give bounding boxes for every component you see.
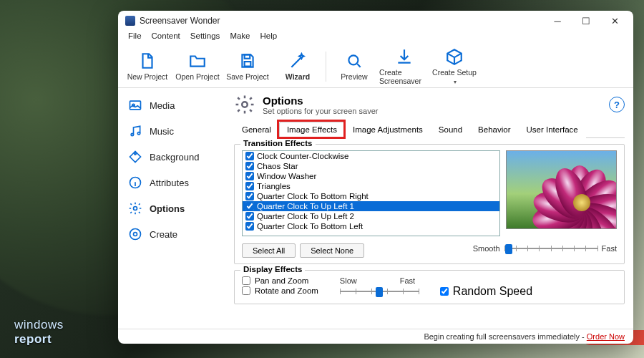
sidebar-item-options[interactable]: Options <box>118 195 225 221</box>
disc-icon <box>128 227 142 241</box>
svg-point-10 <box>130 229 141 240</box>
menu-make[interactable]: Make <box>225 31 254 45</box>
save-project-button[interactable]: Save Project <box>223 47 273 87</box>
select-all-button[interactable]: Select All <box>242 243 296 258</box>
minimize-button[interactable]: ─ <box>543 11 572 31</box>
svg-point-11 <box>134 233 137 236</box>
app-title: Screensaver Wonder <box>140 16 220 26</box>
sidebar-item-music[interactable]: Music <box>118 118 225 144</box>
tab-image-adjustments[interactable]: Image Adjustments <box>345 122 431 138</box>
wizard-button[interactable]: Wizard <box>273 47 323 87</box>
speed-label-smooth: Smooth <box>473 244 500 253</box>
titlebar: Screensaver Wonder ─ ☐ ✕ <box>118 11 633 31</box>
svg-rect-0 <box>245 54 250 58</box>
tab-user-interface[interactable]: User Interface <box>519 122 586 138</box>
watermark: windowsreport <box>14 318 64 347</box>
display-effects-group: Display Effects Pan and Zoom Rotate and … <box>234 270 625 304</box>
tab-image-effects[interactable]: Image Effects <box>279 122 345 138</box>
new-project-button[interactable]: New Project <box>122 47 172 87</box>
sidebar: MediaMusicBackgroundAttributesOptionsCre… <box>118 88 225 329</box>
wand-icon <box>288 52 307 70</box>
pan-zoom-checkbox[interactable]: Pan and Zoom <box>242 276 318 285</box>
svg-rect-1 <box>245 62 251 67</box>
gear-icon <box>234 94 255 115</box>
close-button[interactable]: ✕ <box>600 11 629 31</box>
maximize-button[interactable]: ☐ <box>572 11 600 31</box>
group-label: Display Effects <box>240 265 305 274</box>
info-icon <box>128 175 142 190</box>
menu-content[interactable]: Content <box>147 31 185 45</box>
menu-file[interactable]: File <box>124 31 146 45</box>
box-icon <box>445 47 464 66</box>
app-window: Screensaver Wonder ─ ☐ ✕ FileContentSett… <box>118 11 633 344</box>
file-icon <box>138 52 157 70</box>
rotate-zoom-checkbox[interactable]: Rotate and Zoom <box>242 286 318 295</box>
random-speed-checkbox[interactable]: Random Speed <box>440 285 532 298</box>
app-icon <box>125 16 135 26</box>
create-screensaver-button[interactable]: Create Screensaver <box>379 47 429 87</box>
tab-behavior[interactable]: Behavior <box>470 122 518 138</box>
tag-icon <box>128 150 142 164</box>
tab-bar: GeneralImage EffectsImage AdjustmentsSou… <box>234 121 625 138</box>
menubar: FileContentSettingsMakeHelp <box>118 31 633 45</box>
svg-point-12 <box>242 102 248 107</box>
main-panel: Options Set options for your screen save… <box>225 88 633 329</box>
sidebar-item-attributes[interactable]: Attributes <box>118 170 225 195</box>
svg-point-2 <box>348 55 358 64</box>
tab-general[interactable]: General <box>234 122 279 138</box>
effect-item[interactable]: Chaos Star <box>243 161 499 171</box>
speed-label-fast2: Fast <box>400 276 415 285</box>
transition-preview <box>506 150 617 229</box>
svg-point-7 <box>135 153 137 155</box>
effect-item[interactable]: Window Washer <box>243 171 499 181</box>
select-none-button[interactable]: Select None <box>300 243 364 258</box>
preview-button[interactable]: Preview <box>329 47 379 87</box>
speed-label-slow: Slow <box>340 276 357 285</box>
panel-subtitle: Set options for your screen saver <box>263 107 378 115</box>
media-icon <box>128 98 142 112</box>
sidebar-item-create[interactable]: Create <box>118 221 225 247</box>
transition-effects-group: Transition Effects Clock Counter-Clockwi… <box>234 144 625 264</box>
panel-title: Options <box>263 95 378 107</box>
effect-item[interactable]: Quarter Clock To Bottom Left <box>243 221 499 231</box>
display-speed-slider[interactable] <box>340 285 419 298</box>
open-project-button[interactable]: Open Project <box>172 47 223 87</box>
save-icon <box>238 52 257 70</box>
effect-item[interactable]: Quarter Clock To Up Left 2 <box>243 211 499 221</box>
sidebar-item-background[interactable]: Background <box>118 144 225 170</box>
menu-settings[interactable]: Settings <box>186 31 225 45</box>
effect-item[interactable]: Quarter Clock To Up Left 1 <box>243 201 499 211</box>
help-button[interactable]: ? <box>609 97 625 112</box>
svg-point-6 <box>137 132 140 135</box>
panel-header: Options Set options for your screen save… <box>234 94 625 115</box>
folder-icon <box>188 52 207 70</box>
order-now-link[interactable]: Order Now <box>587 332 625 341</box>
music-icon <box>128 124 142 138</box>
transition-speed-slider[interactable] <box>504 242 597 255</box>
create-setup-button[interactable]: Create Setup <box>429 47 479 87</box>
effect-item[interactable]: Triangles <box>243 181 499 191</box>
tab-sound[interactable]: Sound <box>431 122 470 138</box>
sidebar-item-media[interactable]: Media <box>118 92 225 118</box>
group-label: Transition Effects <box>240 139 316 147</box>
slider-thumb[interactable] <box>505 244 512 254</box>
svg-point-5 <box>131 133 133 135</box>
svg-point-9 <box>134 207 137 211</box>
download-icon <box>395 47 414 66</box>
transition-listbox[interactable]: Clock Counter-ClockwiseChaos StarWindow … <box>242 150 500 236</box>
effect-item[interactable]: Clock Counter-Clockwise <box>243 151 499 161</box>
gear-icon <box>128 201 142 216</box>
search-icon <box>345 52 364 70</box>
effect-item[interactable]: Quarter Clock To Bottom Right <box>243 191 499 201</box>
toolbar: New ProjectOpen ProjectSave ProjectWizar… <box>118 45 633 88</box>
menu-help[interactable]: Help <box>256 31 282 45</box>
slider-thumb[interactable] <box>376 287 383 297</box>
status-bar: Begin creating full screensavers immedia… <box>118 329 633 344</box>
speed-label-fast: Fast <box>602 244 617 253</box>
